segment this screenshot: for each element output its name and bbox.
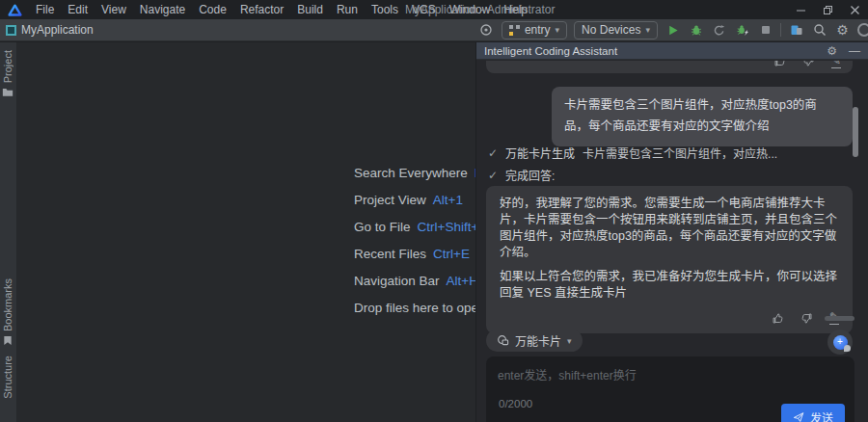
previous-assistant-message: ✎ — [486, 61, 853, 73]
thumbs-down-icon[interactable] — [800, 312, 813, 325]
sidebar-item-bookmarks[interactable]: Bookmarks — [0, 278, 15, 346]
magic-card-icon — [497, 334, 509, 347]
main-area: Project Bookmarks Structure — [0, 42, 868, 422]
edit-pencil-icon[interactable]: ✎ — [831, 61, 841, 68]
chevron-down-icon: ▾ — [567, 336, 572, 346]
window-controls — [787, 0, 868, 19]
chat-input-container: 0/2000 发送 — [486, 356, 854, 422]
target-icon[interactable] — [478, 22, 495, 39]
ai-assistant-avatar[interactable]: + — [827, 330, 853, 355]
menu-item-view[interactable]: View — [95, 1, 133, 18]
device-selector-label: No Devices — [582, 23, 640, 37]
device-manager-icon[interactable] — [788, 22, 804, 39]
send-button[interactable]: 发送 — [781, 404, 845, 422]
thumbs-down-icon[interactable] — [802, 61, 815, 67]
bookmarks-stripe-label: Bookmarks — [2, 278, 14, 331]
chevron-down-icon: ▾ — [556, 25, 560, 35]
mode-selector-label: 万能卡片 — [515, 332, 561, 349]
bookmark-icon — [3, 335, 13, 346]
toolbar-run-controls: entry ▾ No Devices ▾ — [478, 21, 862, 40]
thumbs-up-icon[interactable] — [773, 61, 786, 67]
debug-attach-icon[interactable] — [734, 22, 750, 39]
chat-scrollbar-thumb[interactable] — [853, 107, 858, 157]
module-selector-label: entry — [525, 23, 551, 37]
chevron-down-icon: ▾ — [645, 25, 650, 35]
paper-plane-icon — [793, 411, 804, 422]
close-window-icon[interactable] — [841, 0, 868, 19]
stop-button[interactable] — [757, 22, 773, 39]
assistant-panel-title: Intelligent Coding Assistant — [484, 45, 617, 57]
panel-settings-icon[interactable]: ⚙ — [827, 45, 837, 57]
application-window: File Edit View Navigate Code Refactor Bu… — [0, 0, 868, 422]
device-selector[interactable]: No Devices ▾ — [574, 21, 658, 40]
ide-logo-icon — [8, 3, 23, 16]
menu-item-refactor[interactable]: Refactor — [233, 1, 290, 18]
generation-step-row: ✓ 万能卡片生成 卡片需要包含三个图片组件，对应热... — [488, 145, 845, 161]
assistant-panel-header: Intelligent Coding Assistant ⚙ — — [476, 42, 868, 60]
assistant-reply-message: 好的，我理解了您的需求。您需要生成一个电商店铺推荐大卡片，卡片需要包含一个按钮用… — [486, 186, 853, 333]
panel-resize-handle[interactable] — [825, 316, 854, 321]
project-window-icon — [6, 25, 16, 36]
sidebar-item-project[interactable]: Project — [0, 50, 15, 97]
search-icon[interactable] — [811, 22, 827, 39]
module-icon — [509, 25, 520, 36]
structure-stripe-label: Structure — [2, 356, 14, 399]
chat-input[interactable] — [486, 356, 854, 393]
left-tool-stripe: Project Bookmarks Structure — [0, 42, 17, 422]
folder-icon — [2, 87, 14, 97]
restore-window-icon[interactable] — [814, 0, 841, 19]
attach-debugger-icon[interactable] — [711, 22, 727, 39]
menu-item-code[interactable]: Code — [192, 1, 233, 18]
check-icon: ✓ — [488, 169, 498, 182]
check-icon: ✓ — [488, 146, 498, 160]
avatar-icon[interactable] — [857, 23, 868, 37]
send-button-label: 发送 — [810, 409, 833, 422]
project-name: MyApplication — [21, 23, 94, 37]
answer-complete-row: ✓ 完成回答: — [488, 167, 845, 183]
menu-item-file[interactable]: File — [29, 1, 61, 18]
char-counter: 0/2000 — [499, 398, 532, 409]
menu-item-build[interactable]: Build — [290, 1, 330, 18]
settings-gear-icon[interactable]: ⚙ — [834, 22, 851, 39]
module-selector[interactable]: entry ▾ — [502, 21, 567, 40]
minimize-window-icon[interactable] — [787, 0, 814, 19]
project-breadcrumb[interactable]: MyApplication — [6, 23, 94, 37]
menu-item-edit[interactable]: Edit — [61, 1, 95, 18]
main-toolbar: MyApplication entry ▾ No Devices ▾ — [0, 19, 868, 41]
chat-area: ✎ 卡片需要包含三个图片组件，对应热度top3的商品，每个商品还要有对应的文字做… — [476, 61, 868, 422]
panel-minimize-icon[interactable]: — — [849, 45, 860, 57]
title-bar: File Edit View Navigate Code Refactor Bu… — [0, 0, 868, 19]
run-button[interactable] — [665, 22, 681, 39]
reply-paragraph: 如果以上符合您的需求，我已准备好为您生成卡片，你可以选择回复 YES 直接生成卡… — [500, 269, 839, 302]
project-stripe-label: Project — [2, 50, 14, 83]
window-title: MyApplication - Administrator — [405, 3, 555, 16]
menu-item-run[interactable]: Run — [330, 1, 365, 18]
debug-button[interactable] — [688, 22, 704, 39]
mode-selector-pill[interactable]: 万能卡片 ▾ — [486, 330, 583, 352]
assistant-panel: Intelligent Coding Assistant ⚙ — — [475, 42, 868, 422]
menu-item-tools[interactable]: Tools — [365, 1, 405, 18]
thumbs-up-icon[interactable] — [772, 312, 784, 325]
toolbar-divider — [780, 23, 781, 37]
menu-item-navigate[interactable]: Navigate — [133, 1, 192, 18]
reply-paragraph: 好的，我理解了您的需求。您需要生成一个电商店铺推荐大卡片，卡片需要包含一个按钮用… — [500, 196, 839, 261]
user-message-bubble: 卡片需要包含三个图片组件，对应热度top3的商品，每个商品还要有对应的文字做介绍 — [552, 87, 853, 146]
sidebar-item-structure[interactable]: Structure — [0, 356, 15, 399]
ai-sphere-icon: + — [833, 335, 848, 350]
